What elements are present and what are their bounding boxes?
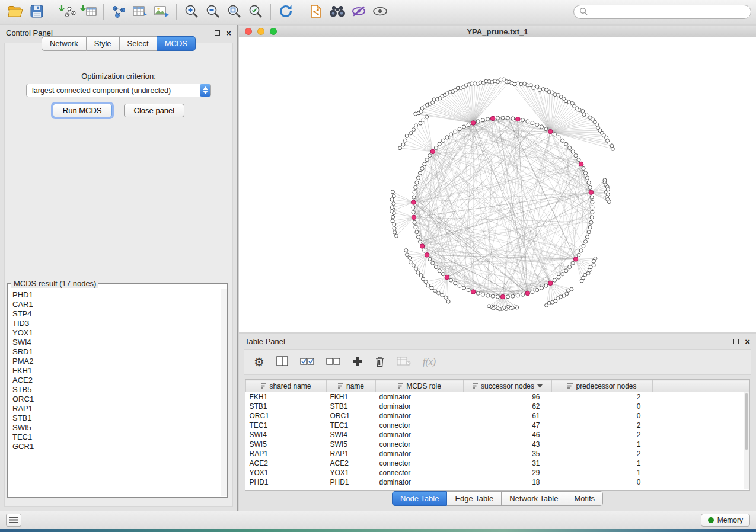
column-header-successor-nodes[interactable]: successor nodes xyxy=(464,380,552,392)
leaf-node[interactable] xyxy=(513,82,516,86)
leaf-node[interactable] xyxy=(390,210,394,213)
import-network-button[interactable] xyxy=(56,2,78,22)
ring-node[interactable] xyxy=(511,294,515,298)
leaf-node[interactable] xyxy=(401,143,405,146)
ring-node[interactable] xyxy=(414,226,417,229)
leaf-node[interactable] xyxy=(422,118,425,121)
show-columns-button[interactable] xyxy=(276,354,288,370)
ring-node[interactable] xyxy=(591,200,594,204)
leaf-node[interactable] xyxy=(391,215,395,219)
leaf-node[interactable] xyxy=(446,300,450,303)
dominator-node[interactable] xyxy=(471,290,476,294)
ring-node[interactable] xyxy=(571,261,575,265)
table-cell[interactable]: PHD1 xyxy=(246,477,327,487)
leaf-node[interactable] xyxy=(398,146,402,150)
column-header-mcds-role[interactable]: MCDS role xyxy=(376,380,464,392)
new-table-button[interactable] xyxy=(129,2,151,22)
ring-node[interactable] xyxy=(501,116,505,120)
binoculars-search-button[interactable] xyxy=(327,2,348,22)
table-cell[interactable]: ORC1 xyxy=(246,411,327,421)
ring-node[interactable] xyxy=(582,166,585,170)
traffic-light-minimize-icon[interactable] xyxy=(257,28,264,35)
leaf-node[interactable] xyxy=(391,190,394,194)
table-cell[interactable]: SWI4 xyxy=(246,430,327,440)
ring-node[interactable] xyxy=(540,286,543,290)
dominator-node[interactable] xyxy=(412,215,416,220)
leaf-node[interactable] xyxy=(425,115,429,118)
ring-node[interactable] xyxy=(458,284,461,287)
dominator-node[interactable] xyxy=(411,200,416,205)
dominator-node[interactable] xyxy=(430,149,435,154)
ring-node[interactable] xyxy=(425,158,429,162)
leaf-node[interactable] xyxy=(419,121,422,125)
leaf-node[interactable] xyxy=(519,82,523,86)
ring-node[interactable] xyxy=(585,176,589,180)
mcds-result-item[interactable]: TID3 xyxy=(12,319,216,328)
table-row[interactable]: SWI4SWI4dominator462 xyxy=(246,430,749,440)
ring-node[interactable] xyxy=(428,257,432,261)
leaf-node[interactable] xyxy=(424,280,428,284)
leaf-node[interactable] xyxy=(409,132,413,135)
tab-style[interactable]: Style xyxy=(87,36,120,51)
dominator-node[interactable] xyxy=(445,275,449,280)
leaf-node[interactable] xyxy=(412,264,415,267)
ring-node[interactable] xyxy=(583,240,587,243)
ring-node[interactable] xyxy=(590,216,594,219)
table-cell[interactable]: FKH1 xyxy=(246,392,327,402)
ring-node[interactable] xyxy=(491,294,495,298)
table-cell[interactable]: 31 xyxy=(464,459,552,468)
dominator-node[interactable] xyxy=(500,294,505,299)
dominator-node[interactable] xyxy=(490,116,495,121)
ring-node[interactable] xyxy=(415,230,419,234)
table-cell[interactable]: 2 xyxy=(552,449,653,459)
ring-node[interactable] xyxy=(544,127,548,131)
ring-node[interactable] xyxy=(467,123,470,126)
table-cell[interactable]: 61 xyxy=(464,411,552,421)
ring-node[interactable] xyxy=(413,220,416,224)
export-image-button[interactable] xyxy=(151,2,172,22)
traffic-light-close-icon[interactable] xyxy=(245,28,252,35)
network-graph[interactable] xyxy=(239,37,756,332)
table-cell[interactable]: 1 xyxy=(552,440,653,449)
table-cell[interactable]: connector xyxy=(376,459,464,468)
mcds-result-item[interactable]: CAR1 xyxy=(12,300,216,309)
ring-node[interactable] xyxy=(412,206,415,209)
ring-node[interactable] xyxy=(561,139,564,142)
ring-node[interactable] xyxy=(416,235,420,239)
ring-node[interactable] xyxy=(571,150,575,153)
deselect-all-rows-button[interactable] xyxy=(326,354,340,370)
leaf-node[interactable] xyxy=(408,256,412,259)
ring-node[interactable] xyxy=(568,265,572,269)
leaf-node[interactable] xyxy=(405,134,409,137)
ring-node[interactable] xyxy=(454,281,457,285)
table-cell[interactable]: 43 xyxy=(464,440,552,449)
zoom-selected-button[interactable] xyxy=(245,2,266,22)
table-cell[interactable]: 29 xyxy=(464,468,552,477)
leaf-node[interactable] xyxy=(567,289,570,292)
close-table-panel-icon[interactable]: × xyxy=(745,339,750,344)
column-header-shared-name[interactable]: shared name xyxy=(246,380,327,392)
ring-node[interactable] xyxy=(577,253,580,257)
table-cell[interactable]: YOX1 xyxy=(246,468,327,477)
table-cell[interactable]: SWI5 xyxy=(246,440,327,449)
leaf-node[interactable] xyxy=(430,286,433,290)
leaf-node[interactable] xyxy=(416,271,420,274)
ring-node[interactable] xyxy=(418,171,422,175)
ring-node[interactable] xyxy=(587,181,591,184)
table-cell[interactable]: dominator xyxy=(376,449,464,459)
ring-node[interactable] xyxy=(486,294,490,297)
table-cell[interactable]: connector xyxy=(376,421,464,430)
ring-node[interactable] xyxy=(582,244,585,248)
table-cell[interactable]: ACE2 xyxy=(246,459,327,468)
mcds-result-list[interactable]: PHD1CAR1STP4TID3YOX1SWI4SRD1PMA2FKH1ACE2… xyxy=(8,289,221,496)
select-all-rows-button[interactable] xyxy=(300,354,314,370)
table-cell[interactable]: TEC1 xyxy=(246,421,327,430)
ring-node[interactable] xyxy=(496,295,499,299)
ring-node[interactable] xyxy=(496,116,499,120)
ring-node[interactable] xyxy=(577,158,580,162)
ring-node[interactable] xyxy=(589,220,593,224)
open-session-button[interactable] xyxy=(5,2,26,22)
zoom-fit-button[interactable] xyxy=(224,2,245,22)
leaf-node[interactable] xyxy=(391,219,394,223)
ring-node[interactable] xyxy=(423,249,426,252)
